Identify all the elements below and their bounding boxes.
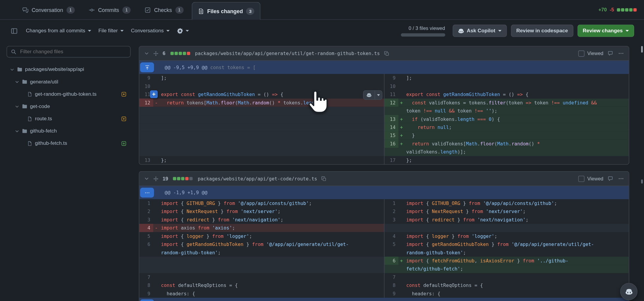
line-number[interactable]: 10	[139, 82, 153, 90]
diff-row: 77	[139, 273, 629, 281]
expand-hunk-button[interactable]	[140, 300, 154, 301]
collapse-file-button[interactable]	[143, 50, 150, 57]
tree-folder-generate-util[interactable]: generate/util	[7, 76, 130, 88]
line-number[interactable]: 17	[385, 156, 399, 164]
line-number[interactable]: 4	[139, 224, 153, 232]
code-line: const validTokens = tokens.filter(token …	[405, 98, 629, 107]
diff-sign	[153, 156, 160, 164]
line-number[interactable]: 9	[385, 290, 399, 298]
line-number[interactable]	[385, 265, 399, 273]
line-number[interactable]: 9	[139, 290, 153, 298]
deletions-count: -5	[610, 7, 614, 13]
ask-copilot-label: Ask Copilot	[467, 28, 495, 34]
line-number[interactable]: 12	[139, 98, 153, 107]
tab-files-changed[interactable]: Files changed3	[192, 2, 260, 20]
file-filter-label: File filter	[98, 28, 118, 34]
diff-line-left	[139, 140, 384, 148]
line-number[interactable]: 2	[385, 207, 399, 215]
line-number[interactable]	[385, 248, 399, 256]
tree-item-label: get-code	[30, 104, 50, 109]
viewed-checkbox[interactable]	[578, 50, 584, 57]
expand-hunk-button[interactable]	[140, 63, 154, 72]
drag-icon[interactable]	[153, 176, 159, 181]
copilot-fab-button[interactable]	[620, 283, 637, 300]
diff-sign	[398, 290, 405, 298]
file-filter-dropdown[interactable]: File filter	[98, 28, 124, 34]
changes-from-dropdown[interactable]: Changes from all commits	[26, 28, 91, 34]
copilot-suggestion-widget[interactable]	[363, 90, 382, 100]
tab-checks[interactable]: Checks1	[139, 2, 189, 17]
tree-file-github-fetch-ts[interactable]: github-fetch.ts	[7, 137, 130, 149]
line-number[interactable]: 6	[385, 257, 399, 265]
code-line: token !== null && token !== '');	[405, 107, 629, 115]
viewed-toggle[interactable]: Viewed	[578, 50, 603, 57]
line-number[interactable]: 14	[385, 123, 399, 131]
code-line: import { redirect } from 'next/navigatio…	[405, 216, 629, 224]
line-number[interactable]	[139, 248, 153, 256]
diff-sign	[398, 240, 405, 248]
line-number[interactable]	[385, 148, 399, 156]
line-number[interactable]: 1	[139, 199, 153, 207]
diff-line-right: 5import { getRandomGithubToken } from '@…	[384, 240, 629, 248]
chevron-down-icon[interactable]	[375, 91, 382, 99]
line-number[interactable]: 1	[385, 199, 399, 207]
tree-folder-get-code[interactable]: get-code	[7, 100, 130, 113]
line-number[interactable]	[385, 107, 399, 115]
collapse-file-button[interactable]	[143, 175, 150, 182]
collapse-sidebar-button[interactable]	[10, 27, 19, 35]
tree-folder-packages-website-app-api[interactable]: packages/website/app/api	[7, 63, 130, 75]
line-number[interactable]: 5	[385, 240, 399, 248]
tree-folder-github-fetch[interactable]: github-fetch	[7, 125, 130, 137]
scrollbar-thumb[interactable]	[641, 46, 643, 53]
line-number[interactable]: 16	[385, 140, 399, 148]
line-number[interactable]: 15	[385, 131, 399, 139]
line-number[interactable]: 12	[385, 98, 399, 107]
file-options-kebab-button[interactable]	[617, 175, 625, 183]
tree-file-route-ts[interactable]: route.ts	[7, 113, 130, 125]
diff-sign	[398, 207, 405, 215]
filter-files-input[interactable]	[19, 48, 127, 55]
line-number[interactable]: 3	[139, 216, 153, 224]
line-number[interactable]: 2	[139, 207, 153, 215]
line-number[interactable]: 7	[139, 273, 153, 281]
review-changes-button[interactable]: Review changes	[577, 25, 634, 37]
diff-settings-dropdown[interactable]	[177, 28, 189, 34]
diff-line-left: 11export const getRandomGithubToken = ()…	[139, 90, 384, 98]
tab-conversation[interactable]: Conversation1	[16, 2, 80, 17]
ask-copilot-button[interactable]: Ask Copilot	[452, 25, 507, 37]
viewed-checkbox[interactable]	[578, 176, 584, 182]
line-number[interactable]: 8	[139, 281, 153, 289]
line-number[interactable]: 13	[139, 156, 153, 164]
line-number[interactable]: 5	[139, 232, 153, 240]
line-number[interactable]: 3	[385, 216, 399, 224]
file-options-kebab-button[interactable]	[617, 50, 625, 57]
add-comment-button[interactable]: +	[150, 90, 158, 98]
line-number[interactable]: 7	[385, 273, 399, 281]
file-comment-button[interactable]	[607, 175, 614, 183]
viewed-toggle[interactable]: Viewed	[578, 176, 603, 182]
file-comment-button[interactable]	[607, 50, 614, 57]
diff-sign: +	[398, 131, 405, 139]
review-in-codespace-button[interactable]: Review in codespace	[511, 25, 573, 37]
copy-path-button[interactable]	[321, 175, 327, 182]
tab-commits[interactable]: Commits1	[83, 2, 136, 17]
diff-line-left	[139, 123, 384, 131]
drag-icon[interactable]	[153, 51, 159, 56]
line-number[interactable]: 9	[385, 74, 399, 82]
copy-path-button[interactable]	[383, 50, 390, 57]
tree-file-get-random-github-token-ts[interactable]: get-random-github-token.ts	[7, 88, 130, 100]
diff-line-left	[139, 115, 384, 123]
conversations-dropdown[interactable]: Conversations	[131, 28, 169, 34]
expand-hunk-button[interactable]	[140, 188, 154, 197]
line-number[interactable]: 13	[385, 115, 399, 123]
line-number[interactable]: 4	[385, 232, 399, 240]
line-number[interactable]: 10	[385, 82, 399, 90]
diff-sign	[398, 273, 405, 281]
line-number[interactable]: 8	[385, 281, 399, 289]
diffstat-blocks	[616, 8, 637, 11]
line-number[interactable]: 6	[139, 240, 153, 248]
code-line: random-github-token';	[405, 248, 629, 256]
line-number[interactable]: 11	[385, 90, 399, 98]
line-number[interactable]: 9	[139, 74, 153, 82]
copilot-icon[interactable]	[364, 91, 375, 99]
